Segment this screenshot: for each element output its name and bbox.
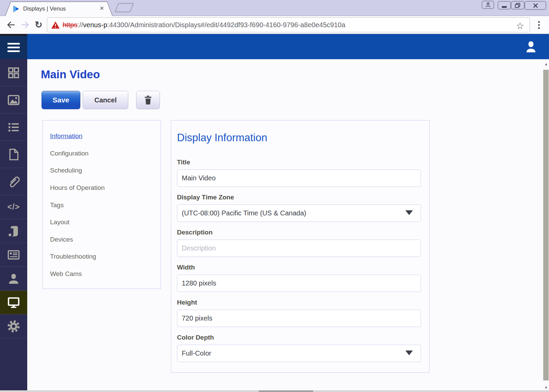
horizontal-scrollbar[interactable]: [0, 390, 549, 392]
browser-toolbar: ↻ https://venus-p:44300/Administration/D…: [0, 16, 549, 34]
sidebar-item-cards[interactable]: [0, 243, 27, 267]
height-label: Height: [177, 299, 421, 306]
trash-icon: [144, 95, 152, 105]
tab-title: Displays | Venus: [23, 5, 66, 12]
address-bar[interactable]: https://venus-p:44300/Administration/Dis…: [47, 17, 530, 32]
browser-menu-icon[interactable]: [538, 21, 540, 29]
scroll-down-arrow[interactable]: ▼: [544, 386, 549, 390]
horizontal-scroll-thumb[interactable]: [259, 390, 313, 392]
nav-item-devices[interactable]: Devices: [50, 231, 161, 248]
nav-item-scheduling[interactable]: Scheduling: [50, 162, 161, 179]
person-icon: [7, 272, 20, 285]
main-content: Main Video Save Cancel Information Confi…: [27, 59, 543, 390]
title-label: Title: [177, 159, 421, 166]
sidebar-item-code[interactable]: </>: [0, 195, 27, 219]
field-color-depth: Color Depth: [177, 334, 421, 362]
sidebar-item-playlists[interactable]: [0, 114, 27, 141]
nav-item-information[interactable]: Information: [50, 128, 161, 145]
title-input[interactable]: [177, 169, 421, 187]
section-nav-panel: Information Configuration Scheduling Hou…: [43, 120, 161, 289]
menu-hamburger-button[interactable]: [0, 34, 27, 59]
sidebar-item-attachments[interactable]: [0, 168, 27, 195]
app-header: [0, 34, 549, 59]
forward-button: [20, 20, 30, 30]
gear-icon: [7, 320, 20, 333]
sidebar-item-documents[interactable]: [0, 141, 27, 168]
window-minimize-button[interactable]: [498, 1, 511, 10]
vertical-scroll-thumb[interactable]: [543, 70, 549, 380]
description-input[interactable]: [177, 240, 421, 257]
code-icon: </>: [7, 202, 20, 212]
monitor-icon: [7, 296, 20, 309]
sidebar-item-scripts[interactable]: [0, 219, 27, 243]
save-button[interactable]: Save: [42, 91, 80, 109]
image-icon: [7, 93, 20, 107]
sidebar-item-dashboard[interactable]: [0, 59, 27, 86]
user-profile-icon[interactable]: [524, 39, 538, 54]
document-icon: [7, 148, 20, 161]
nav-item-tags[interactable]: Tags: [50, 196, 161, 214]
display-information-panel: Display Information Title Display Time Z…: [171, 120, 430, 373]
url-scheme: https: [63, 21, 77, 29]
window-close-button[interactable]: [524, 1, 546, 10]
url-host: venus-p: [83, 21, 107, 29]
paperclip-icon: [7, 175, 20, 189]
tab-close-icon[interactable]: ✕: [100, 6, 104, 11]
new-tab-button[interactable]: [115, 3, 134, 12]
dropdown-caret-icon: [405, 210, 413, 215]
nav-item-layout[interactable]: Layout: [50, 214, 161, 231]
list-icon: [7, 120, 20, 134]
nav-item-hours-of-operation[interactable]: Hours of Operation: [50, 179, 161, 197]
browser-profile-button[interactable]: [482, 1, 494, 9]
sidebar-item-users[interactable]: [0, 267, 27, 291]
nav-item-web-cams[interactable]: Web Cams: [50, 265, 161, 283]
display-time-zone-label: Display Time Zone: [177, 194, 421, 201]
scroll-up-arrow[interactable]: ▲: [544, 62, 549, 66]
favicon: [12, 5, 20, 13]
color-depth-select[interactable]: [177, 345, 421, 362]
field-description: Description: [177, 229, 421, 257]
form-heading: Display Information: [177, 132, 421, 144]
dashboard-grid-icon: [7, 66, 20, 80]
script-icon: [7, 224, 20, 238]
field-display-time-zone: Display Time Zone: [177, 194, 421, 222]
url-text: https://venus-p:44300/Administration/Dis…: [63, 21, 345, 29]
window-maximize-button[interactable]: [511, 1, 524, 10]
delete-button[interactable]: [136, 91, 160, 109]
id-card-icon: [7, 248, 20, 262]
dropdown-caret-icon: [405, 350, 413, 355]
back-button[interactable]: [6, 20, 16, 30]
description-label: Description: [177, 229, 421, 236]
sidebar-item-displays[interactable]: [0, 291, 27, 314]
security-warning-icon: [51, 21, 60, 29]
vertical-scrollbar[interactable]: ▲ ▼: [543, 59, 549, 390]
display-time-zone-select[interactable]: [177, 205, 421, 222]
reload-button[interactable]: ↻: [35, 19, 43, 30]
sidebar-item-media[interactable]: [0, 86, 27, 114]
field-width: Width: [177, 264, 421, 292]
nav-item-troubleshooting[interactable]: Troubleshooting: [50, 248, 161, 265]
width-label: Width: [177, 264, 421, 271]
height-input[interactable]: [177, 310, 421, 327]
color-depth-label: Color Depth: [177, 334, 421, 341]
browser-tab-strip: Displays | Venus ✕: [0, 0, 549, 16]
width-input[interactable]: [177, 275, 421, 292]
cancel-button[interactable]: Cancel: [83, 91, 128, 109]
nav-item-configuration[interactable]: Configuration: [50, 145, 161, 162]
page-title: Main Video: [41, 68, 100, 81]
field-height: Height: [177, 299, 421, 327]
bookmark-star-icon[interactable]: ☆: [516, 20, 524, 31]
field-title: Title: [177, 159, 421, 187]
sidebar-item-settings[interactable]: [0, 314, 27, 338]
app-sidebar: </>: [0, 59, 27, 390]
